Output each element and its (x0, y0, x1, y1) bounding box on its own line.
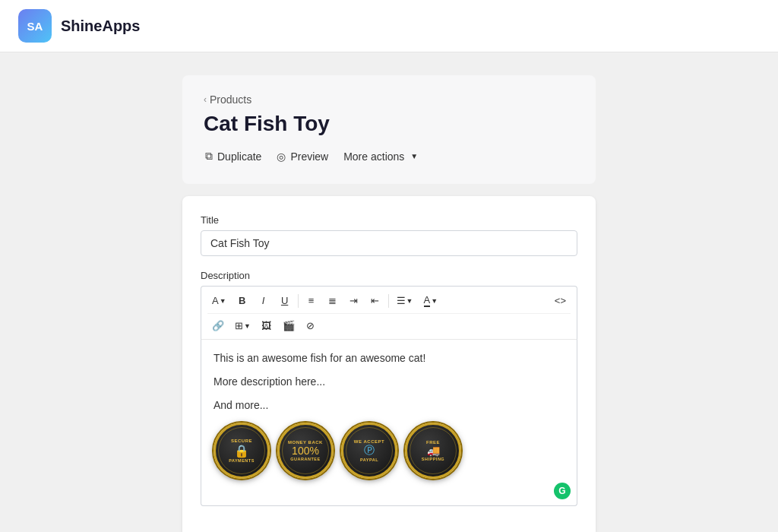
badge-1-bottom: PAYMENTS (229, 458, 255, 463)
ordered-list-button[interactable]: ≣ (323, 292, 343, 309)
brand-name: ShineApps (61, 17, 140, 35)
table-dropdown-icon: ▼ (244, 322, 251, 330)
description-line-2: More description here... (213, 374, 565, 390)
grammarly-label: G (558, 486, 565, 496)
toolbar-separator-2 (388, 294, 389, 308)
toolbar-separator-1 (298, 294, 299, 308)
description-line-1: This is an awesome fish for an awesome c… (213, 350, 565, 366)
unordered-list-button[interactable]: ≡ (302, 292, 321, 309)
title-label: Title (201, 214, 577, 226)
indent-out-icon: ⇤ (371, 295, 379, 306)
duplicate-label: Duplicate (217, 150, 261, 163)
text-color-button[interactable]: A ▼ (419, 291, 443, 310)
indent-in-button[interactable]: ⇥ (344, 292, 364, 309)
badge-2-icon: 100% (292, 445, 319, 457)
ol-icon: ≣ (328, 295, 337, 306)
video-button[interactable]: 🎬 (278, 317, 299, 334)
title-field-group: Title (201, 214, 577, 256)
chevron-down-icon: ▼ (410, 152, 418, 160)
preview-button[interactable]: ◎ Preview (275, 147, 330, 166)
symbol-icon: ⊘ (306, 320, 315, 331)
badge-3-icon: Ⓟ (364, 444, 375, 458)
indent-in-icon: ⇥ (349, 295, 358, 306)
align-button[interactable]: ☰ ▼ (392, 292, 418, 309)
main-content: ‹ Products Cat Fish Toy ⧉ Duplicate ◎ Pr… (0, 52, 778, 532)
breadcrumb-parent[interactable]: Products (210, 93, 251, 106)
badge-1-top: SECURE (231, 439, 252, 444)
font-dropdown-icon: ▼ (220, 297, 226, 305)
paypal-badge: WE ACCEPT Ⓟ PAYPAL (341, 423, 397, 479)
ul-icon: ≡ (308, 295, 315, 306)
page-title: Cat Fish Toy (204, 112, 574, 136)
font-button[interactable]: A ▼ (207, 292, 231, 309)
code-icon: <> (555, 295, 566, 306)
description-field-group: Description A ▼ B I U (201, 270, 577, 506)
page-card: ‹ Products Cat Fish Toy ⧉ Duplicate ◎ Pr… (182, 75, 596, 184)
form-card: Title Description A ▼ B I (182, 196, 596, 532)
secure-payments-badge: SECURE 🔒 PAYMENTS (213, 423, 270, 479)
code-button[interactable]: <> (550, 292, 571, 309)
video-icon: 🎬 (283, 320, 295, 331)
symbol-button[interactable]: ⊘ (301, 317, 321, 334)
free-shipping-badge: FREE 🚚 SHIPPING (405, 423, 461, 479)
badge-4-top: FREE (426, 440, 440, 445)
header: SA ShineApps (0, 0, 778, 52)
table-icon: ⊞ (235, 320, 243, 331)
duplicate-icon: ⧉ (205, 150, 213, 163)
breadcrumb-chevron-icon: ‹ (204, 94, 207, 105)
grammarly-button[interactable]: G (554, 483, 571, 499)
toolbar-row-1: A ▼ B I U ≡ (207, 291, 571, 310)
badge-2-bottom: GUARANTEE (290, 457, 320, 461)
money-back-badge: MONEY BACK 100% GUARANTEE (277, 423, 334, 479)
image-button[interactable]: 🖼 (257, 317, 277, 334)
badge-3-top: WE ACCEPT (354, 439, 384, 445)
breadcrumb: ‹ Products (204, 93, 574, 106)
title-input[interactable] (201, 230, 577, 256)
preview-label: Preview (290, 150, 328, 163)
editor-toolbar: A ▼ B I U ≡ (201, 286, 577, 339)
underline-label: U (281, 295, 288, 306)
align-icon: ☰ (397, 295, 406, 306)
color-dropdown-icon: ▼ (431, 297, 438, 305)
badge-4-icon: 🚚 (427, 445, 440, 457)
badges-row: SECURE 🔒 PAYMENTS MONEY BACK 100% GUARAN… (213, 423, 565, 479)
logo-icon: SA (18, 9, 52, 43)
table-button[interactable]: ⊞ ▼ (230, 317, 255, 334)
more-actions-label: More actions (343, 150, 404, 163)
description-label: Description (201, 270, 577, 281)
editor-body[interactable]: This is an awesome fish for an awesome c… (201, 339, 577, 506)
indent-out-button[interactable]: ⇤ (365, 292, 385, 309)
link-button[interactable]: 🔗 (207, 317, 229, 334)
italic-button[interactable]: I (254, 292, 274, 309)
link-icon: 🔗 (212, 320, 224, 331)
bold-label: B (239, 295, 245, 306)
badge-2-top: MONEY BACK (288, 440, 323, 445)
badge-4-bottom: SHIPPING (422, 457, 444, 461)
font-label: A (212, 295, 219, 306)
text-color-label: A (424, 294, 431, 307)
eye-icon: ◎ (277, 150, 286, 163)
logo-text: SA (27, 20, 43, 33)
more-actions-button[interactable]: More actions ▼ (342, 147, 419, 166)
bold-button[interactable]: B (232, 292, 252, 309)
toolbar-row-2: 🔗 ⊞ ▼ 🖼 🎬 ⊘ (207, 313, 571, 334)
description-line-3: And more... (213, 397, 565, 413)
duplicate-button[interactable]: ⧉ Duplicate (204, 147, 263, 166)
badge-3-bottom: PAYPAL (360, 458, 378, 462)
image-icon: 🖼 (261, 320, 271, 331)
underline-button[interactable]: U (275, 292, 295, 309)
italic-label: I (262, 295, 265, 306)
badge-1-icon: 🔒 (234, 444, 249, 458)
align-dropdown-icon: ▼ (406, 297, 413, 305)
action-bar: ⧉ Duplicate ◎ Preview More actions ▼ (204, 147, 574, 166)
